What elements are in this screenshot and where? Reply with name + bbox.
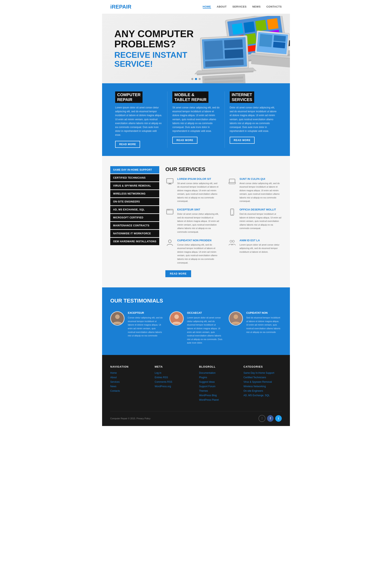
our-services-title: OUR SERVICES bbox=[165, 166, 282, 172]
service-card-computer-body: Lorem ipsum dolor sit amet conse ctetur … bbox=[115, 106, 162, 137]
sidebar-item-virus[interactable]: VIRUS & SPYWARE REMOVAL bbox=[110, 182, 159, 189]
footer-meta-comments-rss[interactable]: Comments RSS bbox=[155, 381, 193, 383]
footer: NAVIGATION Home About Services News Cont… bbox=[102, 355, 290, 426]
facebook-btn[interactable]: f bbox=[267, 415, 274, 422]
footer-nav-about[interactable]: About bbox=[110, 376, 149, 379]
footer-cat-virus[interactable]: Virus & Spyware Removal bbox=[244, 381, 282, 383]
nav-news[interactable]: NEWS bbox=[252, 5, 261, 9]
footer-blogroll-wpblog[interactable]: WordPress Blog bbox=[199, 394, 238, 397]
sidebar-item-wireless[interactable]: WIRELESS NETWORKING bbox=[110, 190, 159, 197]
nav-home[interactable]: HOME bbox=[203, 5, 211, 9]
service-card-mobile: MOBILE & TABLET REPAIR Sit amet conse ct… bbox=[168, 91, 224, 148]
hero-dot-2[interactable] bbox=[195, 78, 197, 80]
nav-about[interactable]: ABOUT bbox=[217, 5, 227, 9]
sidebar-item-onsite[interactable]: ON-SITE ENGINEERS bbox=[110, 198, 159, 205]
testimonial-0: EXCEPTEUR Conse ctetur adipiscing elit, … bbox=[110, 311, 163, 345]
scroll-to-top-btn[interactable]: ⇧ bbox=[258, 415, 266, 422]
service-card-internet: INTERNET SERVICES Dolor sit amet conse c… bbox=[225, 91, 282, 148]
service-card-internet-body: Dolor sit amet conse ctetur adipiscing e… bbox=[230, 106, 277, 133]
service-item-2: EXCEPTEUR SINT Dolor sit amet conse ctet… bbox=[165, 208, 220, 234]
twitter-btn[interactable]: t bbox=[275, 415, 282, 422]
svg-rect-35 bbox=[229, 179, 235, 183]
sidebar: SAME DAY IN-HOME SUPPORT CERTIFIED TECHN… bbox=[110, 166, 159, 277]
hero-dot-1[interactable] bbox=[191, 78, 193, 80]
service-item-0-text: LOREM IPSUM DOLOR SIT Sit amet conse cte… bbox=[177, 177, 220, 203]
footer-nav-news[interactable]: News bbox=[110, 385, 149, 388]
group-icon bbox=[228, 239, 237, 248]
footer-col-blogroll: BLOGROLL Documentation Plugins Suggest I… bbox=[199, 365, 238, 403]
footer-col-navigation: NAVIGATION Home About Services News Cont… bbox=[110, 365, 149, 403]
footer-cat-same-day[interactable]: Same Day In-Home Support bbox=[244, 372, 282, 374]
svg-point-51 bbox=[234, 315, 238, 319]
monitor-icon bbox=[165, 177, 174, 186]
footer-cat-certified[interactable]: Certified Technicians bbox=[244, 376, 282, 379]
footer-col-meta: META Log in Entries RSS Comments RSS Wor… bbox=[155, 365, 193, 403]
logo-text: REPAIR bbox=[112, 4, 131, 10]
service-card-internet-btn[interactable]: READ MORE bbox=[230, 137, 255, 144]
svg-rect-32 bbox=[167, 179, 173, 183]
service-card-computer-title: COMPUTER REPAIR bbox=[115, 91, 142, 103]
svg-point-41 bbox=[232, 214, 233, 215]
footer-meta-heading: META bbox=[155, 365, 193, 368]
service-item-4: CUPIDATAT NON PROIDEN Conse ctetur adipi… bbox=[165, 239, 220, 265]
sidebar-item-certified[interactable]: CERTIFIED TECHNICIANS bbox=[110, 174, 159, 181]
sidebar-item-maintenance[interactable]: MAINTENANCE CONTRACTS bbox=[110, 222, 159, 229]
footer-col-categories: CATEGORIES Same Day In-Home Support Cert… bbox=[244, 365, 282, 403]
footer-copy: Computer Repair © 2015. Privacy Policy bbox=[110, 417, 151, 420]
svg-point-49 bbox=[174, 315, 179, 319]
service-card-computer-btn[interactable]: READ MORE bbox=[115, 141, 140, 148]
service-item-3-text: OFFICIA DESERUNT MOLLIT Ded do eiusmod t… bbox=[239, 208, 282, 234]
svg-rect-3 bbox=[244, 21, 255, 33]
footer-blogroll-wpplanet[interactable]: WordPress Planet bbox=[199, 399, 238, 401]
sidebar-item-nationwide[interactable]: NATIONWIDE IT WORKFORCE bbox=[110, 230, 159, 237]
svg-rect-4 bbox=[255, 20, 267, 31]
nav-contacts[interactable]: CONTACTS bbox=[266, 5, 282, 9]
sidebar-item-same-day[interactable]: SAME DAY IN-HOME SUPPORT bbox=[110, 166, 159, 174]
sidebar-item-microsoft[interactable]: MICROSOFT CERTIFIED bbox=[110, 214, 159, 221]
service-item-2-text: EXCEPTEUR SINT Dolor sit amet conse ctet… bbox=[177, 208, 220, 234]
logo[interactable]: iREPAIR bbox=[110, 4, 131, 10]
service-card-internet-title: INTERNET SERVICES bbox=[230, 91, 254, 103]
footer-cat-onsite[interactable]: On-site Engineers bbox=[244, 389, 282, 392]
footer-cat-ad[interactable]: AD, MS Exchange, SQL bbox=[244, 394, 282, 397]
testimonial-2-body: CUPIDATAT NON Sed do eiusmod tempor inci… bbox=[246, 311, 282, 345]
sidebar-item-oem[interactable]: OEM HARDWARE INSTALLATIONS bbox=[110, 238, 159, 245]
footer-meta-entries-rss[interactable]: Entries RSS bbox=[155, 376, 193, 379]
footer-blogroll-themes[interactable]: Themes bbox=[199, 389, 238, 392]
svg-rect-16 bbox=[204, 41, 223, 60]
service-card-mobile-title: MOBILE & TABLET REPAIR bbox=[172, 91, 209, 103]
testimonials-grid: EXCEPTEUR Conse ctetur adipiscing elit, … bbox=[110, 311, 282, 345]
footer-blogroll-docs[interactable]: Documentation bbox=[199, 372, 238, 374]
service-item-3: OFFICIA DESERUNT MOLLIT Ded do eiusmod t… bbox=[228, 208, 282, 234]
footer-meta-wordpress[interactable]: WordPress.org bbox=[155, 385, 193, 388]
footer-nav-contacts[interactable]: Contacts bbox=[110, 389, 149, 392]
footer-cat-wireless[interactable]: Wireless Networking bbox=[244, 385, 282, 388]
service-item-1-text: SUNT IN CULPA QUI Amet conse ctetur adip… bbox=[239, 177, 282, 203]
footer-blogroll-plugins[interactable]: Plugins bbox=[199, 376, 238, 379]
tools-icon bbox=[165, 208, 174, 217]
svg-rect-18 bbox=[224, 49, 243, 59]
header: iREPAIR HOME ABOUT SERVICES NEWS CONTACT… bbox=[102, 0, 290, 14]
service-item-5-text: ANIM ID EST LA Lorem ipsum dolor sit ame… bbox=[239, 239, 282, 265]
nav-services[interactable]: SERVICES bbox=[232, 5, 247, 9]
footer-nav-services[interactable]: Services bbox=[110, 381, 149, 383]
service-item-5: ANIM ID EST LA Lorem ipsum dolor sit ame… bbox=[228, 239, 282, 265]
footer-bottom: Computer Repair © 2015. Privacy Policy ⇧… bbox=[110, 411, 282, 422]
svg-point-44 bbox=[230, 240, 232, 242]
footer-meta-login[interactable]: Log in bbox=[155, 372, 193, 374]
footer-blogroll-heading: BLOGROLL bbox=[199, 365, 238, 368]
testimonial-0-body: EXCEPTEUR Conse ctetur adipiscing elit, … bbox=[128, 311, 163, 345]
sidebar-item-ad[interactable]: AD, MS EXCHANGE, SQL bbox=[110, 206, 159, 213]
testimonial-1: OCCAECAT Lorem ipsum dolor sit amet cons… bbox=[169, 311, 223, 345]
service-item-0: LOREM IPSUM DOLOR SIT Sit amet conse cte… bbox=[165, 177, 220, 203]
services-read-more-btn[interactable]: READ MORE bbox=[165, 270, 191, 277]
testimonials-section: OUR TESTIMONIALS EXCEPTEUR Conse ctetur … bbox=[102, 287, 290, 355]
footer-nav-home[interactable]: Home bbox=[110, 372, 149, 374]
testimonial-2: CUPIDATAT NON Sed do eiusmod tempor inci… bbox=[229, 311, 282, 345]
footer-navigation-heading: NAVIGATION bbox=[110, 365, 149, 368]
footer-blogroll-suggest[interactable]: Suggest Ideas bbox=[199, 381, 238, 383]
footer-blogroll-support[interactable]: Support Forum bbox=[199, 385, 238, 388]
service-card-mobile-btn[interactable]: READ MORE bbox=[172, 137, 197, 144]
hero-dot-3[interactable] bbox=[199, 78, 201, 80]
testimonial-1-avatar bbox=[169, 311, 184, 326]
